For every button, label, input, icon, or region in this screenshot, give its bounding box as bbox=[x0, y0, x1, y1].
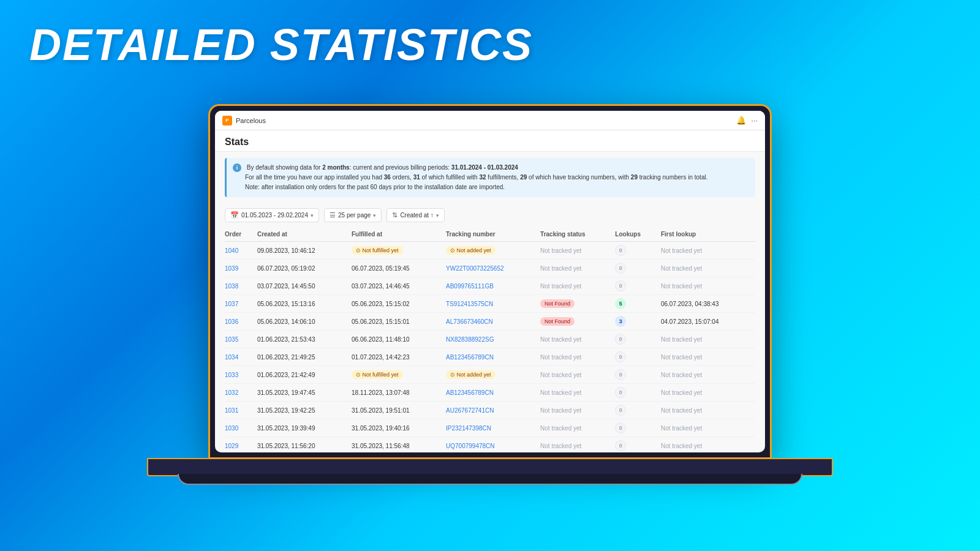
per-page-filter[interactable]: ☰ 25 per page ▾ bbox=[324, 208, 382, 222]
lookup-badge: 0 bbox=[615, 351, 626, 362]
order-link[interactable]: 1038 bbox=[225, 283, 238, 290]
tracking-status: Not tracked yet bbox=[540, 437, 615, 453]
laptop-screen: P Parcelous 🔔 ··· Stats i By default sho… bbox=[215, 111, 765, 452]
order-link[interactable]: 1029 bbox=[225, 443, 238, 449]
tracking-link[interactable]: AU267672741CN bbox=[446, 407, 494, 414]
stats-heading: Stats bbox=[225, 137, 755, 148]
lookup-badge: 3 bbox=[615, 316, 626, 327]
chevron-down-icon-2: ▾ bbox=[373, 212, 376, 219]
tracking-link[interactable]: AB123456789CN bbox=[446, 389, 494, 396]
table-row: 103705.06.2023, 15:13:1605.06.2023, 15:1… bbox=[225, 295, 755, 313]
tracking-link[interactable]: AB099765111GB bbox=[446, 283, 494, 290]
info-line3: Note: after installation only orders for… bbox=[245, 184, 505, 190]
order-link[interactable]: 1037 bbox=[225, 301, 238, 307]
created-at: 31.05.2023, 19:42:25 bbox=[257, 402, 352, 419]
order-link[interactable]: 1036 bbox=[225, 318, 238, 325]
fulfilled-at: 01.07.2023, 14:42:23 bbox=[352, 348, 446, 366]
tracking-number: TS912413575CN bbox=[446, 295, 540, 313]
created-at: 31.05.2023, 19:39:49 bbox=[257, 419, 352, 437]
lookup-badge: 0 bbox=[615, 440, 626, 451]
tracking-status: Not tracked yet bbox=[540, 277, 615, 295]
tracking-status: Not tracked yet bbox=[540, 384, 615, 402]
first-lookup: Not tracked yet bbox=[661, 277, 755, 295]
col-created: Created at bbox=[257, 227, 352, 242]
tracking-link[interactable]: AL736673460CN bbox=[446, 318, 493, 325]
app-container: P Parcelous 🔔 ··· Stats i By default sho… bbox=[215, 111, 765, 452]
fulfilled-at: 05.06.2023, 15:15:02 bbox=[352, 295, 446, 313]
lookup-badge: 0 bbox=[615, 369, 626, 380]
tracking-number: ⊙ Not added yet bbox=[446, 242, 540, 260]
order-link[interactable]: 1033 bbox=[225, 372, 238, 378]
laptop-shell: P Parcelous 🔔 ··· Stats i By default sho… bbox=[208, 104, 772, 459]
tracking-status: Not tracked yet bbox=[540, 402, 615, 419]
notification-icon[interactable]: 🔔 bbox=[736, 116, 746, 125]
order-link[interactable]: 1035 bbox=[225, 336, 238, 343]
tracking-badge: ⊙ Not added yet bbox=[446, 246, 496, 255]
lookups-count: 3 bbox=[615, 313, 661, 331]
fulfilled-at: 06.07.2023, 05:19:45 bbox=[352, 260, 446, 277]
col-tracking: Tracking number bbox=[446, 227, 540, 242]
tracking-status: Not tracked yet bbox=[540, 242, 615, 260]
first-lookup: Not tracked yet bbox=[661, 242, 755, 260]
lookups-count: 0 bbox=[615, 366, 661, 384]
table-row: 103605.06.2023, 14:06:1005.06.2023, 15:1… bbox=[225, 313, 755, 331]
sort-filter[interactable]: ⇅ Created at ↑ ▾ bbox=[386, 208, 444, 222]
lookups-count: 0 bbox=[615, 331, 661, 348]
tracking-link[interactable]: YW22T00073225652 bbox=[446, 265, 504, 272]
created-at: 05.06.2023, 15:13:16 bbox=[257, 295, 352, 313]
date-range-filter[interactable]: 📅 01.05.2023 - 29.02.2024 ▾ bbox=[225, 208, 319, 222]
table-row: 103501.06.2023, 21:53:4306.06.2023, 11:4… bbox=[225, 331, 755, 348]
tracking-link[interactable]: UQ700799478CN bbox=[446, 443, 495, 449]
order-link[interactable]: 1030 bbox=[225, 425, 238, 432]
more-icon[interactable]: ··· bbox=[751, 116, 758, 125]
calendar-icon: 📅 bbox=[230, 211, 239, 219]
filters-row: 📅 01.05.2023 - 29.02.2024 ▾ ☰ 25 per pag… bbox=[215, 203, 765, 227]
tracking-number: ⊙ Not added yet bbox=[446, 366, 540, 384]
col-status: Tracking status bbox=[540, 227, 615, 242]
tracking-number: UQ700799478CN bbox=[446, 437, 540, 453]
created-at: 31.05.2023, 11:56:20 bbox=[257, 437, 352, 453]
fulfilled-at: ⊙ Not fulfilled yet bbox=[352, 366, 446, 384]
fulfilled-at: 18.11.2023, 13:07:48 bbox=[352, 384, 446, 402]
created-at: 01.06.2023, 21:53:43 bbox=[257, 331, 352, 348]
fulfillments-count: 32 bbox=[479, 174, 486, 181]
lookups-count: 0 bbox=[615, 277, 661, 295]
fulfilled-at: ⊙ Not fulfilled yet bbox=[352, 242, 446, 260]
order-link[interactable]: 1031 bbox=[225, 407, 238, 414]
tracking-link[interactable]: AB123456789CN bbox=[446, 354, 494, 361]
tracking-link[interactable]: NX828388922SG bbox=[446, 336, 494, 343]
tracking-link[interactable]: TS912413575CN bbox=[446, 301, 493, 307]
order-link[interactable]: 1039 bbox=[225, 265, 238, 272]
info-banner: i By default showing data for 2 months: … bbox=[225, 158, 755, 197]
app-name: Parcelous bbox=[236, 117, 266, 124]
order-link[interactable]: 1034 bbox=[225, 354, 238, 361]
laptop-stand bbox=[178, 474, 802, 485]
tracking-number: AB099765111GB bbox=[446, 277, 540, 295]
first-lookup: 06.07.2023, 04:38:43 bbox=[661, 295, 755, 313]
order-link[interactable]: 1032 bbox=[225, 389, 238, 396]
lookups-count: 0 bbox=[615, 402, 661, 419]
info-line2: For all the time you have our app instal… bbox=[245, 174, 707, 181]
lookup-badge: 5 bbox=[615, 298, 626, 309]
chevron-down-icon: ▾ bbox=[311, 212, 314, 219]
first-lookup: Not tracked yet bbox=[661, 419, 755, 437]
first-lookup: Not tracked yet bbox=[661, 260, 755, 277]
tracking-number: IP232147398CN bbox=[446, 419, 540, 437]
page-title: DETAILED STATISTICS bbox=[29, 20, 533, 70]
sort-label: Created at ↑ bbox=[400, 212, 433, 219]
table-header: Order Created at Fulfilled at Tracking n… bbox=[225, 227, 755, 242]
order-link[interactable]: 1040 bbox=[225, 247, 238, 254]
table-row: 103131.05.2023, 19:42:2531.05.2023, 19:5… bbox=[225, 402, 755, 419]
lookup-badge: 0 bbox=[615, 405, 626, 416]
lookup-badge: 0 bbox=[615, 387, 626, 398]
col-fulfilled: Fulfilled at bbox=[352, 227, 446, 242]
fulfilled-badge: ⊙ Not fulfilled yet bbox=[352, 370, 403, 379]
tracking-status: Not Found bbox=[540, 295, 615, 313]
months-bold: 2 months bbox=[322, 164, 349, 171]
tracking-status: Not Found bbox=[540, 313, 615, 331]
col-first-lookup: First lookup bbox=[661, 227, 755, 242]
app-icon: P bbox=[222, 116, 232, 126]
table-row: 103031.05.2023, 19:39:4931.05.2023, 19:4… bbox=[225, 419, 755, 437]
date-range-label: 01.05.2023 - 29.02.2024 bbox=[241, 212, 308, 219]
tracking-link[interactable]: IP232147398CN bbox=[446, 425, 491, 432]
